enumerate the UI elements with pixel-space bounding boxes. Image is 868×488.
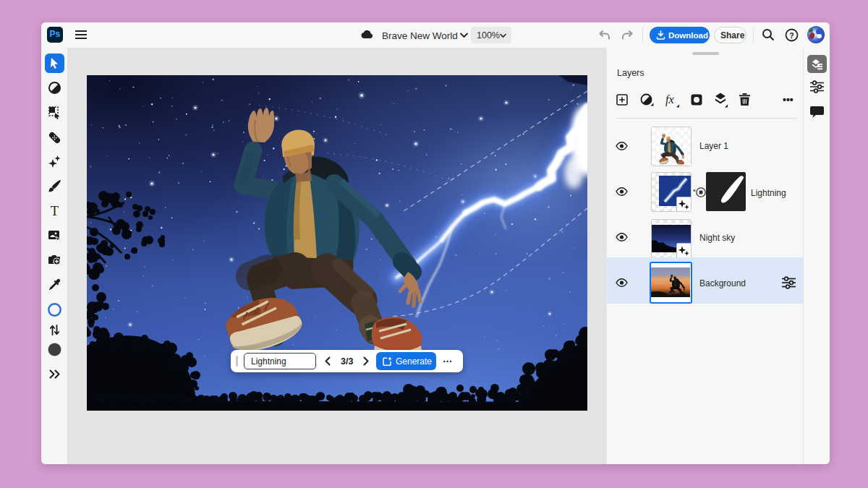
svg-text:fx: fx (665, 93, 674, 106)
svg-text:?: ? (789, 31, 793, 40)
svg-text:T: T (51, 204, 59, 218)
